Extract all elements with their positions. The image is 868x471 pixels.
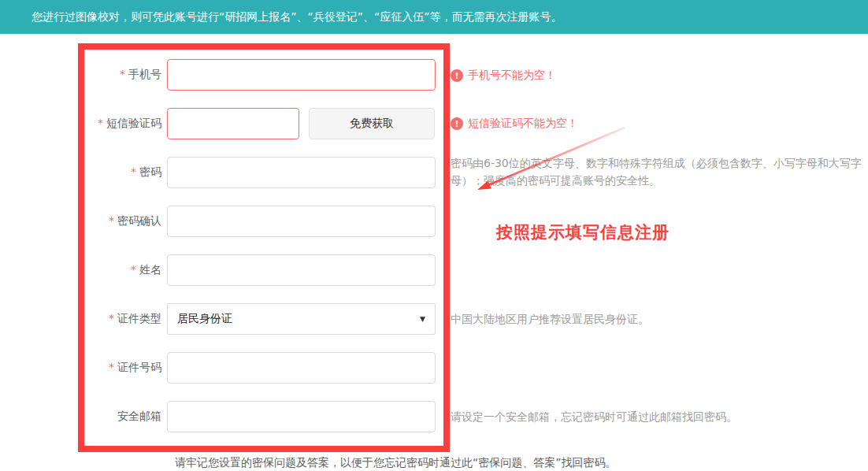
- form-row-sms-code: *短信验证码 免费获取: [87, 108, 435, 139]
- sms-code-input[interactable]: [167, 108, 299, 139]
- security-email-hint: 请设定一个安全邮箱，忘记密码时可通过此邮箱找回密码。: [451, 408, 862, 425]
- required-marker: *: [120, 68, 125, 80]
- name-label: *姓名: [87, 263, 161, 277]
- form-row-password-confirm: *密码确认: [87, 206, 436, 237]
- id-type-selected-value: 居民身份证: [177, 312, 232, 326]
- security-email-label: 安全邮箱: [87, 410, 161, 424]
- required-marker: *: [109, 214, 114, 227]
- phone-label: *手机号: [87, 68, 161, 82]
- dropdown-arrow-icon: ▼: [420, 315, 425, 323]
- error-icon: !: [451, 69, 463, 82]
- id-number-input[interactable]: [167, 352, 436, 384]
- password-confirm-label: *密码确认: [87, 214, 161, 228]
- password-confirm-input[interactable]: [167, 206, 436, 237]
- form-row-id-type: *证件类型 居民身份证 ▼: [87, 303, 436, 335]
- form-row-name: *姓名: [87, 254, 436, 286]
- annotation-text: 按照提示填写信息注册: [496, 221, 670, 243]
- required-marker: *: [109, 312, 114, 325]
- phone-input[interactable]: [167, 59, 436, 91]
- security-question-note: 请牢记您设置的密保问题及答案，以便于您忘记密码时通过此“密保问题、答案”找回密码…: [175, 456, 617, 470]
- password-input[interactable]: [167, 157, 436, 188]
- phone-error-text: 手机号不能为空！: [468, 69, 556, 83]
- sms-code-error-text: 短信验证码不能为空！: [468, 117, 578, 131]
- name-input[interactable]: [167, 254, 436, 286]
- sms-code-error-message: ! 短信验证码不能为空！: [451, 117, 578, 131]
- security-email-input[interactable]: [167, 401, 436, 432]
- phone-error-message: ! 手机号不能为空！: [451, 69, 556, 83]
- id-number-label: *证件号码: [87, 361, 161, 375]
- sms-code-label: *短信验证码: [87, 117, 161, 131]
- form-row-id-number: *证件号码: [87, 352, 436, 384]
- password-hint: 密码由6-30位的英文字母、数字和特殊字符组成（必须包含数字、小写字母和大写字母…: [451, 154, 862, 189]
- banner-text: 您进行过图像校对，则可凭此账号进行“研招网上报名”、“兵役登记”、“应征入伍”等…: [32, 10, 562, 23]
- id-type-hint: 中国大陆地区用户推荐设置居民身份证。: [451, 310, 862, 328]
- form-row-security-email: 安全邮箱: [87, 401, 436, 432]
- id-type-label: *证件类型: [87, 312, 161, 326]
- highlight-rectangle: [78, 43, 450, 452]
- required-marker: *: [131, 263, 136, 276]
- password-label: *密码: [87, 165, 161, 180]
- get-sms-code-button[interactable]: 免费获取: [309, 108, 435, 139]
- form-row-phone: *手机号: [87, 59, 436, 91]
- required-marker: *: [98, 117, 103, 129]
- required-marker: *: [131, 165, 136, 178]
- id-type-select[interactable]: 居民身份证 ▼: [167, 303, 436, 335]
- top-banner: 您进行过图像校对，则可凭此账号进行“研招网上报名”、“兵役登记”、“应征入伍”等…: [0, 0, 868, 34]
- form-row-password: *密码: [87, 157, 436, 188]
- error-icon: !: [451, 117, 463, 130]
- required-marker: *: [109, 361, 114, 373]
